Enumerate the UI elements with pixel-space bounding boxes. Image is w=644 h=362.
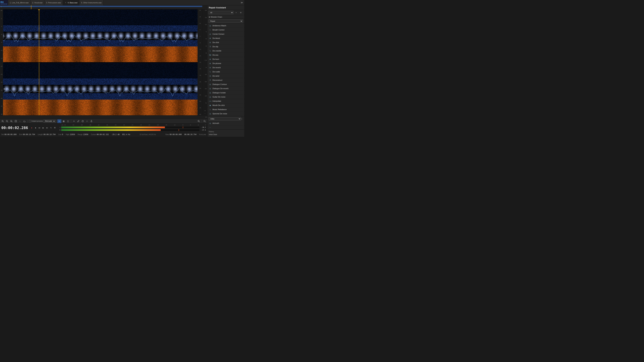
module-mouth-de-click[interactable]: ◉ Mouth De-click	[208, 103, 244, 107]
rdb-m10: -10	[198, 49, 202, 50]
format-info: 32-bit float | 44100 Hz	[133, 134, 163, 135]
extra-utility-item[interactable]: ···	[208, 125, 244, 130]
repair-group-select[interactable]: Repair	[209, 19, 243, 23]
history-initial-state[interactable]: Initial State	[209, 133, 243, 136]
module-guitar-de-noise[interactable]: ◎ Guitar De-noise	[208, 95, 244, 99]
cursor-time-value: 00:00:02.332	[96, 134, 109, 135]
module-de-plosive[interactable]: ⊗ De-plosive	[208, 61, 244, 65]
mono-btn[interactable]: M	[53, 126, 56, 129]
tab-4-close-icon[interactable]: ✕	[64, 2, 66, 3]
next-btn[interactable]: ⏭	[46, 126, 49, 129]
tab-overflow-btn[interactable]: ≫	[240, 0, 244, 5]
spectrogram-canvas-right	[3, 62, 198, 115]
zoom-in-btn[interactable]	[1, 119, 5, 123]
prev-btn[interactable]: ⏮	[38, 126, 41, 129]
zoom-mag-out[interactable]	[202, 119, 206, 123]
waveform-view-btn[interactable]	[57, 119, 62, 123]
azimuth-icon: ◎	[209, 122, 212, 124]
status-bar: 00:00:02.286 ● ■ ⏮ ▶ ⏭ ↻ M -Inf -70	[0, 123, 207, 137]
filter-select[interactable]: All Repair Utility	[209, 11, 234, 14]
module-dialogue-isolate[interactable]: ◎ Dialogue Isolate	[208, 91, 244, 95]
channel-label-right: R	[4, 88, 5, 90]
sel-end-value: 00:00:10.794	[23, 134, 35, 135]
module-chain-btn[interactable]: ⊞ Module Chain	[208, 15, 244, 19]
eraser-tool-btn[interactable]	[81, 119, 85, 123]
rdb-m15: -15	[198, 55, 202, 56]
module-name-breath-control: Breath Control	[212, 29, 224, 31]
db-label-50: -50	[0, 113, 3, 115]
brush-tool-btn[interactable]	[76, 119, 80, 123]
tab-1[interactable]: 1. Low_Full_Mirror.wav	[8, 0, 30, 5]
loop-btn[interactable]: ↻	[49, 126, 53, 129]
play-btn[interactable]: ▶	[42, 126, 45, 129]
logo-subtitle: ADVANCED	[0, 3, 8, 4]
instant-process-checkbox[interactable]	[29, 120, 31, 122]
module-de-bleed[interactable]: ⊗ De-bleed	[208, 36, 244, 40]
module-de-ess[interactable]: Sβ De-ess	[208, 53, 244, 57]
scale-m42: -42	[98, 124, 100, 126]
hand-tool-btn[interactable]	[22, 119, 26, 123]
db-label-15: -15	[0, 58, 3, 59]
hms-label: h:m:s.ms	[199, 134, 206, 135]
mic-tool-btn[interactable]	[90, 119, 94, 123]
stop-btn[interactable]: ■	[34, 126, 37, 129]
tab-5[interactable]: 5. Other Instruments.wav	[79, 0, 104, 5]
module-ambience-match[interactable]: ◎ Ambience Match	[208, 24, 244, 28]
utility-collapse-btn[interactable]: ▸	[241, 118, 243, 120]
mini-collapse-left[interactable]: ✕	[1, 6, 2, 8]
attenuation-select[interactable]: Attenuate Cut Boost	[44, 120, 56, 123]
utility-select[interactable]: Utility	[209, 117, 241, 120]
module-de-clip[interactable]: ⧖ De-clip	[208, 44, 244, 49]
both-view-btn[interactable]: ◫	[66, 119, 70, 123]
range-item: Range 22050	[78, 134, 88, 135]
right-panel: Repair Assistant All Repair Utility ≡ ⊞ …	[207, 5, 244, 137]
module-breath-control[interactable]: ≈ Breath Control	[208, 28, 244, 32]
svg-line-22	[205, 121, 206, 122]
module-dialogue-contour[interactable]: ◎ Dialogue Contour	[208, 82, 244, 86]
select-tool-btn[interactable]: ⊹	[85, 119, 89, 123]
tab-2[interactable]: 2. Vocal.wav	[30, 0, 44, 5]
mini-timeline[interactable]: ✕	[0, 5, 207, 9]
zoom-prev-btn[interactable]: ←	[18, 119, 22, 123]
azimuth-item[interactable]: ◎ Azimuth	[208, 121, 244, 125]
module-de-reverb[interactable]: ⊘ De-reverb	[208, 65, 244, 70]
freq-zoom-in-btn[interactable]: +	[204, 110, 206, 112]
module-center-extract[interactable]: ◎ Center Extract	[208, 32, 244, 36]
zoom-out-btn[interactable]	[5, 119, 9, 123]
spectrogram-top[interactable]: L	[3, 9, 198, 62]
module-de-crackle[interactable]: ∿ De-crackle	[208, 49, 244, 53]
module-music-rebalance[interactable]: ♫ Music Rebalance	[208, 107, 244, 112]
module-de-wind[interactable]: ≋ De-wind	[208, 74, 244, 78]
waveform-area: ✕ dB 0 -3 -6 -9 -12 -15 -20 -25 -30 -35 …	[0, 5, 207, 137]
zoom-mag-in[interactable]	[197, 119, 201, 123]
module-spectral-de-noise[interactable]: ◎ Spectral De-noise	[208, 112, 244, 116]
level-bar-fill-L	[61, 126, 165, 128]
logo-rx: RX	[0, 1, 8, 3]
level-value-L: -18.1	[200, 126, 206, 128]
module-dialogue-de-reverb[interactable]: ◎ Dialogue De-reverb	[208, 86, 244, 91]
svg-rect-16	[91, 120, 92, 121]
spectrogram-bottom[interactable]: R	[3, 62, 198, 115]
extra-icon: ···	[209, 126, 212, 129]
panel-view-list-btn[interactable]: ≡	[234, 11, 238, 14]
zoom-fit-btn[interactable]: ⊞	[10, 119, 14, 123]
module-de-rustle[interactable]: ∿ De-rustle	[208, 70, 244, 74]
repair-assistant-title: Repair Assistant	[209, 6, 226, 9]
module-interpolate[interactable]: ⟿ Interpolate	[208, 99, 244, 103]
freq-zoom-out-btn[interactable]: -	[204, 112, 206, 115]
lasso-tool-btn[interactable]	[72, 119, 76, 123]
panel-view-grid-btn[interactable]: ⊞	[239, 11, 243, 14]
view-start-value: 00:00:00.000	[170, 134, 182, 135]
module-name-de-plosive: De-plosive	[212, 62, 221, 64]
waveform-container: dB 0 -3 -6 -9 -12 -15 -20 -25 -30 -35 -4…	[0, 9, 207, 115]
spectrogram-view-btn[interactable]: ▦	[62, 119, 66, 123]
tab-4[interactable]: ✕ 4. Bass.wav	[63, 0, 79, 5]
module-de-hum[interactable]: ⊗ De-hum	[208, 57, 244, 61]
tab-3[interactable]: 3. Percussion.wav	[44, 0, 63, 5]
module-de-click[interactable]: ⊘ De-click	[208, 40, 244, 44]
cursor-label: Cursor	[91, 134, 96, 135]
rdb-m40: -40	[198, 88, 202, 89]
module-deconstruct[interactable]: ⧖ Deconstruct	[208, 78, 244, 82]
zoom-selection-btn[interactable]	[14, 119, 18, 123]
record-btn[interactable]: ●	[30, 126, 33, 129]
